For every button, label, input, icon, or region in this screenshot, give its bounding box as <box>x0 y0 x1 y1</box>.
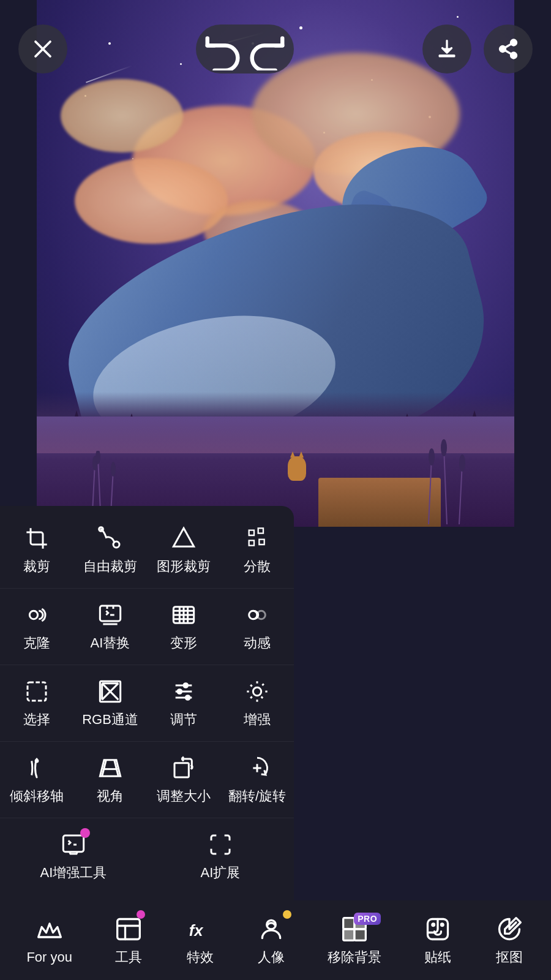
svg-point-28 <box>459 454 465 472</box>
tool-select[interactable]: 选择 <box>0 670 73 736</box>
adjust-label: 调节 <box>170 710 197 729</box>
ai-enhance-icon <box>59 831 88 859</box>
svg-marker-35 <box>259 540 264 545</box>
stickers-icon <box>422 914 453 944</box>
tool-resize[interactable]: 调整大小 <box>147 747 220 813</box>
svg-point-49 <box>186 696 190 700</box>
clone-icon <box>23 601 51 629</box>
svg-rect-67 <box>343 929 354 940</box>
perspective-icon <box>96 754 124 782</box>
select-label: 选择 <box>23 710 50 729</box>
action-buttons <box>422 24 533 74</box>
nav-portrait[interactable]: 人像 <box>244 908 299 973</box>
tool-deform[interactable]: 变形 <box>147 594 220 660</box>
rgb-icon <box>96 677 124 706</box>
svg-marker-31 <box>173 528 193 546</box>
svg-marker-32 <box>249 530 254 535</box>
motion-label: 动感 <box>244 634 271 652</box>
tool-flip-rotate[interactable]: 翻转/旋转 <box>220 747 294 813</box>
svg-point-22 <box>111 462 116 477</box>
svg-point-27 <box>441 439 447 456</box>
select-icon <box>23 677 51 706</box>
tool-disperse[interactable]: 分散 <box>220 517 294 583</box>
svg-point-48 <box>178 690 182 694</box>
tool-shape-crop[interactable]: 图形裁剪 <box>147 517 220 583</box>
crop-icon <box>23 524 51 552</box>
tool-clone[interactable]: 克隆 <box>0 594 73 660</box>
tool-ai-enhance[interactable]: AI增强工具 <box>0 823 147 889</box>
tool-ai-replace[interactable]: AI替换 <box>73 594 147 660</box>
tool-rgb[interactable]: RGB通道 <box>73 670 147 736</box>
tool-free-crop[interactable]: 自由裁剪 <box>73 517 147 583</box>
disperse-icon <box>243 524 271 552</box>
tool-ai-expand[interactable]: AI扩展 <box>147 823 294 889</box>
svg-rect-37 <box>100 606 120 621</box>
tool-perspective[interactable]: 视角 <box>73 747 147 813</box>
free-crop-label: 自由裁剪 <box>83 557 137 576</box>
svg-line-24 <box>444 448 447 524</box>
crown-icon <box>34 915 65 946</box>
motion-icon <box>243 601 271 629</box>
nav-tools[interactable]: 工具 <box>101 908 156 973</box>
redo-button[interactable] <box>245 28 288 70</box>
ai-expand-icon <box>206 831 234 859</box>
tool-enhance[interactable]: 增强 <box>220 670 294 736</box>
share-button[interactable] <box>484 24 533 74</box>
svg-rect-59 <box>63 835 83 852</box>
shape-crop-icon <box>170 524 198 552</box>
nav-remove-bg-label: 移除背景 <box>328 948 381 967</box>
pro-badge: PRO <box>354 913 381 925</box>
svg-marker-34 <box>249 540 254 545</box>
ai-expand-label: AI扩展 <box>201 864 241 882</box>
portrait-dot <box>283 910 291 919</box>
nav-for-you[interactable]: For you <box>14 909 84 971</box>
undo-button[interactable] <box>202 28 245 70</box>
disperse-label: 分散 <box>244 557 271 576</box>
free-crop-icon <box>96 524 124 552</box>
clone-label: 克隆 <box>23 634 50 652</box>
tool-adjust[interactable]: 调节 <box>147 670 220 736</box>
nav-remove-bg[interactable]: PRO 移除背景 <box>315 908 394 973</box>
deform-icon <box>170 601 198 629</box>
tools-row-1: 裁剪 自由裁剪 图形裁剪 分散 <box>0 512 294 589</box>
tools-row-2: 克隆 AI替换 变形 动感 <box>0 589 294 665</box>
flip-rotate-label: 翻转/旋转 <box>228 787 286 805</box>
nav-tools-label: 工具 <box>115 948 142 967</box>
svg-point-29 <box>113 541 119 548</box>
nav-effects-label: 特效 <box>187 948 214 967</box>
svg-text:fx: fx <box>189 922 204 939</box>
resize-icon <box>170 754 198 782</box>
svg-point-26 <box>429 448 435 466</box>
svg-line-25 <box>459 463 462 524</box>
nav-stickers[interactable]: 贴纸 <box>410 908 465 973</box>
perspective-label: 视角 <box>97 787 124 805</box>
svg-point-36 <box>29 611 37 619</box>
nav-sketch[interactable]: 抠图 <box>482 908 537 973</box>
deform-label: 变形 <box>170 634 197 652</box>
enhance-icon <box>243 677 271 706</box>
rgb-label: RGB通道 <box>82 710 138 729</box>
nav-effects[interactable]: fx 特效 <box>173 908 228 973</box>
tilt-shift-label: 倾斜移轴 <box>10 787 64 805</box>
nav-sketch-label: 抠图 <box>496 948 523 967</box>
remove-bg-icon: PRO <box>339 914 370 944</box>
svg-point-71 <box>441 924 443 926</box>
tool-crop[interactable]: 裁剪 <box>0 517 73 583</box>
svg-line-7 <box>505 44 511 48</box>
svg-rect-60 <box>117 919 140 940</box>
enhance-label: 增强 <box>244 710 271 729</box>
tool-motion[interactable]: 动感 <box>220 594 294 660</box>
flip-rotate-icon <box>243 754 271 782</box>
tools-row-5: AI增强工具 AI扩展 <box>0 818 294 894</box>
ai-replace-label: AI替换 <box>91 634 130 652</box>
svg-marker-33 <box>258 528 263 533</box>
svg-point-51 <box>35 759 39 763</box>
close-button[interactable] <box>18 24 67 74</box>
svg-point-50 <box>253 687 261 695</box>
tools-dot <box>137 910 145 919</box>
adjust-icon <box>170 677 198 706</box>
tilt-shift-icon <box>23 754 51 782</box>
tool-tilt-shift[interactable]: 倾斜移轴 <box>0 747 73 813</box>
download-button[interactable] <box>422 24 471 74</box>
nav-portrait-label: 人像 <box>258 948 285 967</box>
